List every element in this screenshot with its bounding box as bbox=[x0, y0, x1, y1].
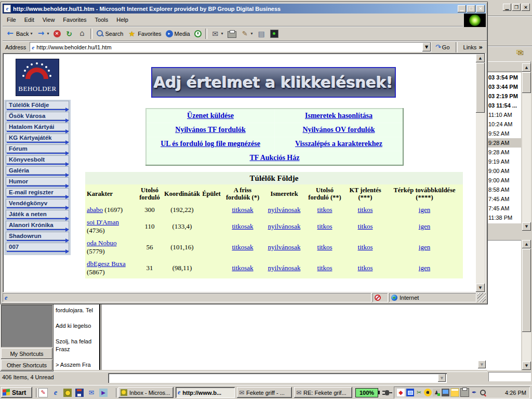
knowledge-link[interactable]: nyilvánosak bbox=[268, 243, 301, 251]
quick-link[interactable]: Visszalépés a karakterekhez bbox=[295, 140, 382, 148]
character-link[interactable]: soi D'Aman bbox=[87, 218, 119, 226]
menu-view[interactable]: View bbox=[38, 16, 59, 24]
sidebar-item[interactable]: Alanori Krónika bbox=[5, 221, 70, 231]
search-button[interactable]: Search bbox=[94, 27, 126, 41]
task-button-browser[interactable]: e http://www.b... bbox=[176, 387, 235, 398]
message-time[interactable]: 7:45 AM bbox=[487, 194, 521, 204]
back-button[interactable]: ← Back ▾ bbox=[4, 27, 34, 41]
scroll-down-icon[interactable]: ▼ bbox=[522, 222, 531, 231]
scrollbar-thumb[interactable] bbox=[522, 249, 531, 332]
map-forward-link[interactable]: igen bbox=[419, 206, 430, 214]
message-time[interactable]: 11:10 AM bbox=[487, 110, 521, 119]
chevron-down-icon[interactable]: ▾ bbox=[47, 31, 49, 36]
banner-ad[interactable]: Adj értelmet a klikkelésnek! bbox=[151, 67, 396, 98]
maximize-icon[interactable]: □ bbox=[467, 5, 475, 12]
resize-grip[interactable] bbox=[477, 293, 486, 302]
map-forward-link[interactable]: igen bbox=[419, 264, 430, 272]
taskbar-clock[interactable]: 4:26 PM bbox=[505, 390, 527, 396]
scroll-up-icon[interactable]: ▲ bbox=[476, 54, 485, 62]
sidebar-item[interactable]: Fórum bbox=[5, 144, 70, 155]
tray-display-icon[interactable] bbox=[406, 389, 414, 396]
dropdown-icon[interactable]: ▼ bbox=[438, 374, 446, 382]
message-time[interactable]: 9:00 AM bbox=[487, 166, 521, 176]
scroll-up-icon[interactable]: ▲ bbox=[522, 240, 531, 248]
tray-search-icon[interactable] bbox=[479, 389, 487, 396]
tray-printer-icon[interactable] bbox=[460, 388, 469, 397]
menu-file[interactable]: File bbox=[3, 16, 20, 24]
character-link[interactable]: oda Nobuo bbox=[87, 239, 116, 247]
messenger-button[interactable] bbox=[268, 27, 281, 41]
fresh-turns-link[interactable]: titkosak bbox=[232, 243, 253, 251]
message-time[interactable]: 9:28 AM bbox=[487, 138, 521, 148]
restore-icon[interactable]: ❐ bbox=[512, 4, 521, 11]
knowledge-link[interactable]: nyilvánosak bbox=[268, 222, 301, 230]
task-button-mail-1[interactable]: ✉ Fekete griff - ... bbox=[237, 387, 292, 398]
sidebar-item[interactable]: Játék a neten bbox=[5, 210, 70, 220]
map-forward-link[interactable]: igen bbox=[419, 243, 430, 251]
forward-button[interactable]: → ▾ bbox=[34, 27, 51, 41]
print-button[interactable] bbox=[225, 27, 238, 41]
other-shortcuts-button[interactable]: Other Shortcuts bbox=[1, 360, 52, 370]
last-turn-link[interactable]: titkos bbox=[317, 264, 332, 272]
fresh-turns-link[interactable]: titkosak bbox=[232, 206, 253, 214]
menu-edit[interactable]: Edit bbox=[20, 16, 38, 24]
mail-button[interactable]: ✉ ▾ bbox=[209, 27, 225, 41]
scrollbar-thumb[interactable] bbox=[476, 63, 485, 113]
discuss-button[interactable]: ▤ bbox=[255, 27, 268, 41]
tray-antivirus-icon[interactable]: ◆ bbox=[396, 388, 405, 397]
message-time[interactable]: 03 2:19 PM bbox=[487, 91, 521, 101]
task-button-inbox[interactable]: Inbox - Micros... bbox=[118, 387, 174, 398]
menu-help[interactable]: Help bbox=[112, 16, 132, 24]
message-time[interactable]: 03 3:54 PM bbox=[487, 73, 521, 82]
chevron-right-icon[interactable]: » bbox=[478, 44, 483, 51]
outlook-bottom-input[interactable]: ▼ bbox=[108, 373, 447, 383]
chevron-down-icon[interactable]: ▾ bbox=[251, 31, 253, 36]
message-time[interactable]: 9:52 AM bbox=[487, 129, 521, 138]
history-button[interactable] bbox=[192, 27, 204, 41]
quick-link[interactable]: TF Aukciós Ház bbox=[250, 154, 300, 162]
page-scrollbar[interactable]: ▲ ▼ bbox=[476, 54, 485, 292]
titlebar[interactable]: e http://www.beholder.hu/l1.htm - Micros… bbox=[3, 4, 486, 14]
quick-link[interactable]: UL és forduló log file megnézése bbox=[161, 140, 260, 148]
message-time[interactable]: 03 11:54 ... bbox=[487, 101, 521, 110]
sidebar-item[interactable]: Túlélők Földje bbox=[5, 101, 70, 111]
scroll-down-icon[interactable]: ▼ bbox=[478, 361, 486, 368]
tray-scissors-icon[interactable]: ✂ bbox=[415, 389, 423, 396]
minimize-icon[interactable]: ▁ bbox=[503, 4, 511, 11]
kt-report-link[interactable]: titkos bbox=[358, 222, 373, 230]
go-button[interactable]: ↷ Go bbox=[431, 42, 454, 52]
sidebar-item[interactable]: Ősök Városa bbox=[5, 112, 70, 122]
character-link[interactable]: dbEgesz Buxa bbox=[87, 260, 126, 268]
close-icon[interactable]: × bbox=[522, 4, 530, 11]
refresh-button[interactable]: ↻ bbox=[63, 27, 76, 41]
tray-user-agent-icon[interactable]: ♟ bbox=[433, 389, 441, 396]
new-note-icon[interactable]: ✎ bbox=[38, 388, 48, 397]
last-turn-link[interactable]: titkos bbox=[317, 222, 332, 230]
message-time[interactable]: 9:28 AM bbox=[487, 148, 521, 157]
my-shortcuts-button[interactable]: My Shortcuts bbox=[1, 348, 52, 359]
sidebar-item[interactable]: Vendégkönyv bbox=[5, 199, 70, 209]
kt-report-link[interactable]: titkos bbox=[358, 206, 373, 214]
message-time[interactable]: 7:45 AM bbox=[487, 204, 521, 213]
sidebar-item[interactable]: 007 bbox=[5, 243, 70, 253]
sidebar-item[interactable]: Hatalom Kártyái bbox=[5, 123, 70, 133]
message-time[interactable]: 10:24 AM bbox=[487, 119, 521, 129]
kt-report-link[interactable]: titkos bbox=[358, 243, 373, 251]
sidebar-item[interactable]: Galéria bbox=[5, 166, 70, 177]
menu-favorites[interactable]: Favorites bbox=[59, 16, 90, 24]
quick-link[interactable]: Nyilvános TF fordulók bbox=[175, 126, 245, 134]
address-input[interactable]: e http://www.beholder.hu/l1.htm ▼ bbox=[30, 42, 431, 52]
edit-button[interactable]: ✎ ▾ bbox=[238, 27, 255, 41]
menu-tools[interactable]: Tools bbox=[91, 16, 113, 24]
beholder-logo[interactable]: BEHOLDER bbox=[16, 59, 59, 96]
message-time[interactable]: 11:38 PM bbox=[487, 213, 521, 222]
close-icon[interactable]: × bbox=[476, 5, 485, 12]
links-bar[interactable]: Links » bbox=[459, 42, 486, 52]
start-button[interactable]: Start bbox=[1, 387, 32, 398]
reading-pane-scrollbar[interactable]: ▲ ▼ bbox=[522, 240, 531, 370]
fresh-turns-link[interactable]: titkosak bbox=[232, 264, 253, 272]
media-player-icon[interactable]: ▶ bbox=[99, 389, 108, 397]
scroll-up-icon[interactable]: ▲ bbox=[522, 63, 531, 72]
ie-launch-icon[interactable]: e bbox=[51, 389, 60, 397]
scrollbar-thumb[interactable] bbox=[522, 72, 531, 93]
